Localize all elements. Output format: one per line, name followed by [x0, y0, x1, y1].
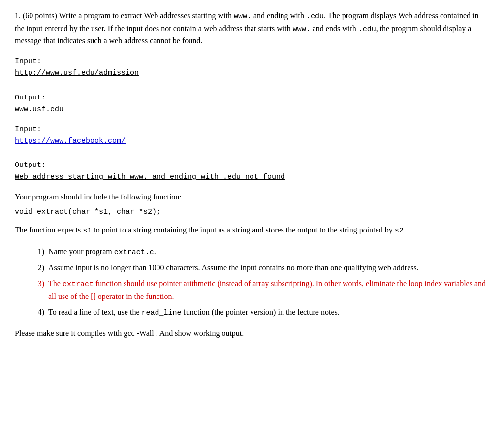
item1-content: Name your program extract.c.: [48, 246, 156, 259]
item1-num: 1): [34, 246, 44, 259]
func-s1: s1: [83, 227, 92, 235]
function-signature: void extract(char *s1, char *s2);: [15, 208, 487, 216]
edu-inline-2: .edu: [358, 25, 376, 33]
footer-note: Please make sure it compiles with gcc -W…: [15, 328, 487, 339]
problem-desc-2: and ending with: [252, 11, 306, 20]
example-2: Input: https://www.facebook.com/ Output:…: [15, 124, 487, 184]
problem-desc-4: and ends with: [311, 24, 358, 33]
item4-code: read_line: [141, 309, 181, 317]
func-desc-part2: to point to a string containing the inpu…: [92, 226, 394, 234]
ex1-input-label: Input:: [15, 56, 487, 67]
ex2-input-link: https://www.facebook.com/: [15, 135, 487, 147]
item2-num: 2): [34, 262, 44, 274]
function-intro: Your program should include the followin…: [15, 191, 487, 203]
item4-num: 4): [34, 306, 44, 319]
item3-text-prefix: The: [48, 279, 63, 288]
item3-num: 3): [34, 278, 44, 302]
item4-content: To read a line of text, use the read_lin…: [48, 306, 340, 319]
func-desc-part1: The function expects: [15, 226, 83, 234]
item3-code: extract: [63, 280, 94, 289]
item1-text-suffix: .: [154, 247, 156, 256]
ex1-input-value: http://www.usf.edu/admission: [15, 67, 487, 79]
ex1-output-label: Output:: [15, 92, 487, 104]
problem-number: 1.: [15, 11, 21, 20]
example-1: Input: http://www.usf.edu/admission Outp…: [15, 56, 487, 116]
ex2-output-value: Web address starting with www. and endin…: [15, 171, 487, 183]
ex1-output-value: www.usf.edu: [15, 104, 487, 116]
requirements-list: 1) Name your program extract.c. 2) Assum…: [15, 246, 487, 319]
list-item-4: 4) To read a line of text, use the read_…: [34, 306, 487, 319]
problem-points: (60 points): [23, 11, 57, 20]
problem-header: 1. (60 points) Write a program to extrac…: [15, 10, 487, 47]
edu-inline-1: .edu: [306, 12, 324, 21]
content-area: 1. (60 points) Write a program to extrac…: [15, 10, 487, 339]
ex2-output-label: Output:: [15, 160, 487, 171]
problem-desc-1: Write a program to extract Web addresses…: [59, 11, 234, 20]
func-desc-part3: .: [404, 226, 406, 234]
item4-text-prefix: To read a line of text, use the: [48, 308, 141, 316]
item3-text-suffix: function should use pointer arithmetic (…: [48, 279, 486, 300]
item4-text-suffix: function (the pointer version) in the le…: [182, 308, 340, 316]
function-description: The function expects s1 to point to a st…: [15, 224, 487, 237]
www-dot-2: www.: [293, 25, 311, 33]
item1-text-prefix: Name your program: [48, 247, 114, 256]
list-item-2: 2) Assume input is no longer than 1000 c…: [34, 262, 487, 274]
list-item-3: 3) The extract function should use point…: [34, 278, 487, 302]
item2-text: Assume input is no longer than 1000 char…: [48, 262, 419, 274]
list-item-1: 1) Name your program extract.c.: [34, 246, 487, 259]
ex2-input-label: Input:: [15, 124, 487, 135]
item3-content: The extract function should use pointer …: [48, 278, 487, 302]
func-s2: s2: [395, 227, 404, 235]
www-dot-1: www.: [234, 12, 252, 21]
item1-code: extract.c: [114, 248, 154, 257]
